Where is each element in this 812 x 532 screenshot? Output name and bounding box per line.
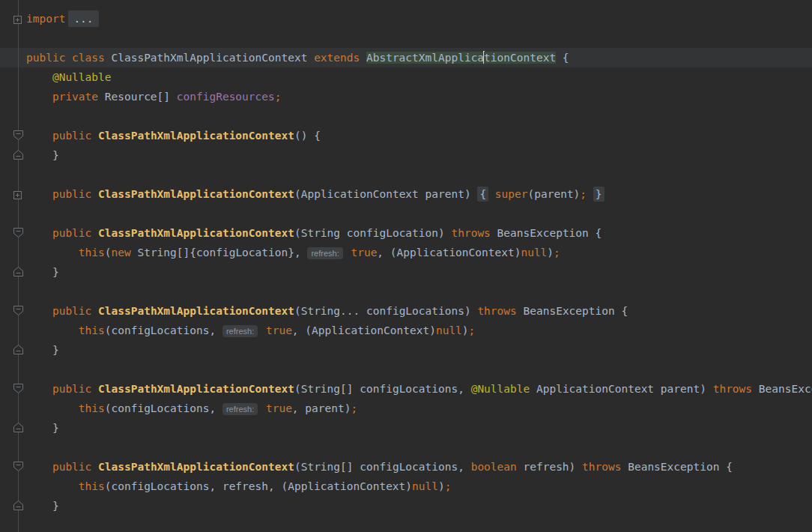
token-text: ClassPathXmlApplicationContext	[105, 52, 314, 64]
token-text	[26, 480, 79, 492]
code-line[interactable]	[0, 360, 812, 379]
code-line[interactable]	[0, 28, 812, 48]
token-text: (ApplicationContext parent)	[294, 188, 477, 200]
code-line[interactable]: public ClassPathXmlApplicationContext(Ap…	[0, 184, 812, 204]
token-keyword: public	[52, 383, 91, 395]
fold-region-brace[interactable]: }	[593, 187, 605, 202]
code-line[interactable]: public class ClassPathXmlApplicationCont…	[0, 48, 812, 67]
token-keyword: new	[112, 247, 131, 259]
token-keyword: public	[52, 188, 91, 200]
token-identifier-under-caret: AbstractXmlApplica	[366, 52, 484, 64]
token-text: ApplicationContext parent)	[530, 383, 712, 395]
token-text: (parent)	[528, 188, 581, 200]
fold-region-brace[interactable]: {	[477, 187, 488, 202]
token-text: }	[26, 266, 59, 278]
token-keyword: this	[79, 247, 105, 259]
code-line[interactable]: public ClassPathXmlApplicationContext(St…	[0, 379, 812, 399]
code-line[interactable]: }	[0, 496, 812, 516]
token-text: , parent)	[292, 402, 351, 414]
token-text: String[]{configLocation},	[131, 247, 308, 259]
code-line[interactable]: }	[0, 262, 812, 282]
token-keyword: public class	[26, 52, 105, 64]
code-line[interactable]: public ClassPathXmlApplicationContext(St…	[0, 457, 812, 477]
token-text	[91, 130, 98, 142]
code-line[interactable]: public ClassPathXmlApplicationContext(St…	[0, 223, 812, 243]
token-annotation: @Nullable	[471, 383, 530, 395]
token-semicolon: ;	[580, 188, 587, 200]
token-keyword: this	[79, 480, 105, 492]
parameter-name-hint[interactable]: refresh:	[222, 403, 258, 415]
token-text: () {	[294, 130, 321, 142]
token-keyword: true	[351, 247, 377, 259]
token-identifier-under-caret: tionContext	[484, 52, 556, 64]
code-line[interactable]: @Nullable	[0, 67, 812, 87]
code-line[interactable]: import...	[0, 9, 812, 28]
code-line[interactable]	[0, 516, 812, 532]
token-text: {	[556, 52, 569, 64]
token-text: Resource[]	[98, 91, 177, 103]
code-line[interactable]: this(configLocations, refresh: true, par…	[0, 399, 812, 418]
token-text: (String[] configLocations,	[294, 383, 471, 395]
token-keyword: public	[52, 461, 91, 473]
token-keyword: this	[79, 324, 105, 336]
code-line[interactable]: }	[0, 340, 812, 360]
token-text: (String[] configLocations,	[294, 461, 471, 473]
code-line[interactable]: this(new String[]{configLocation}, refre…	[0, 243, 812, 262]
token-keyword: throws	[713, 383, 752, 395]
token-text	[26, 402, 79, 414]
code-line[interactable]: }	[0, 418, 812, 438]
token-keyword: throws	[451, 227, 490, 239]
token-text	[26, 91, 52, 103]
token-text	[91, 383, 98, 395]
token-annotation: @Nullable	[52, 71, 112, 83]
token-text	[26, 227, 52, 239]
code-line[interactable]	[0, 438, 812, 457]
token-text: BeansException {	[621, 461, 732, 473]
code-line[interactable]: private Resource[] configResources;	[0, 87, 812, 106]
token-text: , (ApplicationContext)	[377, 247, 521, 259]
code-line[interactable]	[0, 282, 812, 301]
token-text: refresh)	[517, 461, 582, 473]
token-text	[26, 188, 52, 200]
fold-placeholder-imports[interactable]: ...	[68, 10, 98, 27]
token-keyword: extends	[314, 52, 360, 64]
token-text: BeansException {	[752, 383, 812, 395]
token-text: }	[26, 344, 59, 356]
token-keyword: null	[436, 324, 462, 336]
token-text: )	[547, 247, 554, 259]
token-text: , (ApplicationContext)	[292, 324, 436, 336]
token-declaration-name: ClassPathXmlApplicationContext	[98, 227, 294, 239]
token-text	[91, 227, 98, 239]
code-line[interactable]	[0, 106, 812, 126]
token-keyword: null	[412, 480, 438, 492]
token-semicolon: ;	[351, 402, 357, 414]
parameter-name-hint[interactable]: refresh:	[222, 325, 258, 337]
code-line[interactable]: this(configLocations, refresh, (Applicat…	[0, 477, 812, 496]
token-text	[26, 305, 52, 317]
token-keyword: private	[52, 91, 98, 103]
token-keyword: throws	[582, 461, 621, 473]
token-text	[26, 71, 52, 83]
code-line[interactable]	[0, 204, 812, 223]
token-keyword: this	[79, 402, 105, 414]
token-text: )	[462, 324, 469, 336]
token-text: (String configLocation)	[294, 227, 452, 239]
code-line[interactable]: this(configLocations, refresh: true, (Ap…	[0, 321, 812, 340]
token-text: (	[105, 247, 112, 259]
token-declaration-name: ClassPathXmlApplicationContext	[98, 130, 294, 142]
token-text	[259, 402, 266, 414]
code-line[interactable]: public ClassPathXmlApplicationContext(St…	[0, 301, 812, 321]
code-line[interactable]: public ClassPathXmlApplicationContext() …	[0, 126, 812, 145]
token-text	[26, 247, 79, 259]
token-text: BeansException {	[491, 227, 602, 239]
parameter-name-hint[interactable]: refresh:	[307, 247, 342, 259]
token-text	[360, 52, 366, 64]
code-line[interactable]: }	[0, 145, 812, 165]
token-text	[91, 461, 98, 473]
token-keyword: true	[266, 402, 292, 414]
token-text	[488, 188, 495, 200]
token-keyword: public	[52, 227, 91, 239]
code-area[interactable]: import...public class ClassPathXmlApplic…	[0, 9, 812, 532]
token-text	[26, 130, 52, 142]
code-line[interactable]	[0, 165, 812, 184]
